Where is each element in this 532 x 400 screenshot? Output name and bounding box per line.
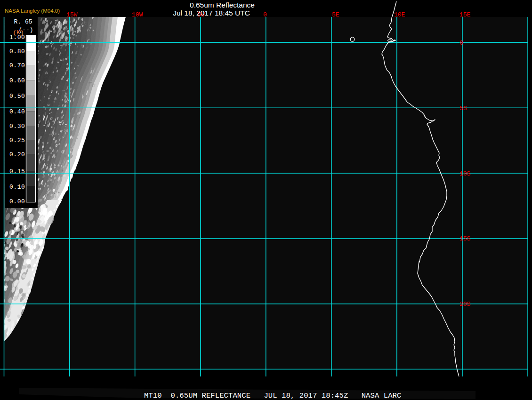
svg-text:(K): (K) <box>13 29 24 36</box>
svg-text:0.60: 0.60 <box>9 77 25 84</box>
svg-text:0.15: 0.15 <box>9 168 25 175</box>
svg-text:0.70: 0.70 <box>9 62 25 69</box>
svg-text:MT10 0.65UM REFLECTANCE JUL: MT10 0.65UM REFLECTANCE JUL 18, 2017 18:… <box>144 392 401 400</box>
svg-text:5E: 5E <box>332 11 339 18</box>
svg-text:Jul 18, 2017 18:45 UTC: Jul 18, 2017 18:45 UTC <box>173 9 250 17</box>
svg-text:0.65um Reflectance: 0.65um Reflectance <box>190 1 255 9</box>
svg-text:20S: 20S <box>459 301 471 308</box>
svg-text:0.80: 0.80 <box>9 48 25 55</box>
svg-text:15E: 15E <box>459 11 471 18</box>
svg-text:0.50: 0.50 <box>9 93 25 100</box>
svg-text:10W: 10W <box>132 11 143 18</box>
svg-text:0.10: 0.10 <box>9 184 25 191</box>
svg-text:15W: 15W <box>66 11 78 18</box>
svg-text:0: 0 <box>263 11 267 18</box>
svg-text:5S: 5S <box>459 105 467 112</box>
svg-text:0.40: 0.40 <box>9 108 25 115</box>
svg-text:10E: 10E <box>394 11 405 18</box>
svg-text:0.20: 0.20 <box>9 151 25 158</box>
svg-text:NASA Langley (M04.0): NASA Langley (M04.0) <box>5 8 60 14</box>
svg-text:0.25: 0.25 <box>9 137 25 144</box>
svg-text:0: 0 <box>459 40 463 47</box>
svg-text:R. 65: R. 65 <box>14 18 32 25</box>
svg-text:10S: 10S <box>459 170 471 177</box>
svg-text:0.30: 0.30 <box>9 123 25 130</box>
svg-text:0.00: 0.00 <box>9 198 25 205</box>
svg-text:15S: 15S <box>459 235 471 242</box>
